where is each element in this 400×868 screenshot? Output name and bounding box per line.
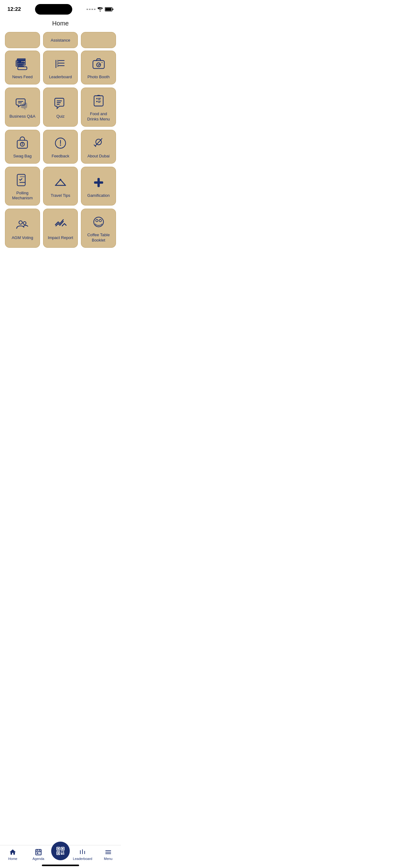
photo-booth-label: Photo Booth xyxy=(88,74,110,80)
business-qa-label: Business Q&A xyxy=(9,114,35,119)
leaderboard-nav-label: Leaderboard xyxy=(73,857,92,861)
svg-rect-7 xyxy=(18,61,22,63)
svg-rect-8 xyxy=(22,61,24,61)
quiz-icon xyxy=(54,96,67,111)
qr-nav-icon xyxy=(56,846,65,855)
quiz-label: Quiz xyxy=(57,114,65,119)
photo-booth-icon xyxy=(92,57,105,71)
svg-rect-38 xyxy=(20,182,25,183)
agm-voting-label: AGM Voting xyxy=(12,235,33,241)
status-time: 12:22 xyxy=(7,6,21,12)
partial-card-3[interactable] xyxy=(81,32,116,48)
gamification-label: Gamification xyxy=(88,193,110,198)
battery-icon xyxy=(105,7,113,11)
leaderboard-nav-icon xyxy=(79,848,86,856)
menu-nav-label: Menu xyxy=(104,857,112,861)
leaderboard-icon: 1 2 3 xyxy=(54,57,67,71)
impact-report-icon xyxy=(54,217,67,232)
svg-rect-24 xyxy=(57,102,61,103)
svg-rect-6 xyxy=(18,67,27,69)
grid-item-news-feed[interactable]: News Feed xyxy=(5,51,40,85)
svg-point-19 xyxy=(96,63,100,67)
svg-rect-51 xyxy=(58,848,59,849)
swag-bag-label: Swag Bag xyxy=(13,154,32,159)
grid-item-impact-report[interactable]: Impact Report xyxy=(43,209,78,248)
agenda-nav-label: Agenda xyxy=(33,857,44,861)
svg-point-30 xyxy=(22,144,23,145)
nav-agenda[interactable]: Agenda xyxy=(26,848,52,861)
page-title: Home xyxy=(0,17,121,30)
leaderboard-label: Leaderboard xyxy=(49,74,72,80)
svg-rect-23 xyxy=(57,101,62,101)
svg-rect-9 xyxy=(22,62,24,62)
svg-rect-42 xyxy=(94,181,103,183)
coffee-table-label: Coffee Table Booklet xyxy=(84,232,113,243)
svg-rect-56 xyxy=(61,851,62,852)
home-indicator xyxy=(42,865,79,866)
svg-point-47 xyxy=(99,219,101,222)
feedback-label: Feedback xyxy=(52,154,69,159)
business-qa-icon xyxy=(15,96,29,111)
grid-item-quiz[interactable]: Quiz xyxy=(43,88,78,127)
grid-item-business-qa[interactable]: Business Q&A xyxy=(5,88,40,127)
svg-rect-58 xyxy=(61,853,63,855)
polling-label: Polling Mechanism xyxy=(8,191,37,201)
nav-leaderboard[interactable]: Leaderboard xyxy=(70,848,96,861)
svg-point-43 xyxy=(19,221,22,224)
svg-point-46 xyxy=(96,219,98,222)
grid-item-polling[interactable]: Polling Mechanism xyxy=(5,167,40,206)
partial-top-row: Assistance xyxy=(0,32,121,48)
partial-card-1[interactable] xyxy=(5,32,40,48)
grid-item-about-dubai[interactable]: About Dubai xyxy=(81,130,116,164)
svg-rect-21 xyxy=(18,101,24,102)
grid-item-gamification[interactable]: Gamification xyxy=(81,167,116,206)
svg-text:3: 3 xyxy=(57,65,59,67)
status-icons xyxy=(87,7,113,11)
impact-report-label: Impact Report xyxy=(48,235,73,241)
svg-rect-27 xyxy=(18,140,28,148)
svg-point-34 xyxy=(60,144,61,146)
polling-icon xyxy=(15,173,29,187)
about-dubai-icon xyxy=(92,136,105,151)
about-dubai-label: About Dubai xyxy=(88,154,110,159)
grid-item-coffee-table[interactable]: Coffee Table Booklet xyxy=(81,209,116,248)
svg-rect-22 xyxy=(18,103,22,103)
agm-voting-icon xyxy=(15,217,29,232)
svg-rect-1 xyxy=(105,8,111,11)
food-drinks-label: Food and Drinks Menu xyxy=(84,112,113,122)
main-grid: News Feed 1 2 3 Leaderboard xyxy=(0,48,121,248)
coffee-table-icon xyxy=(92,215,105,229)
nav-home[interactable]: Home xyxy=(0,848,26,861)
svg-rect-25 xyxy=(57,104,60,104)
grid-item-travel-tips[interactable]: Travel Tips xyxy=(43,167,78,206)
assistance-label: Assistance xyxy=(51,38,70,42)
grid-item-photo-booth[interactable]: Photo Booth xyxy=(81,51,116,85)
svg-rect-59 xyxy=(63,853,64,855)
travel-tips-label: Travel Tips xyxy=(51,193,70,198)
nav-qr-button[interactable] xyxy=(51,842,70,860)
signal-icon xyxy=(87,9,96,10)
food-drinks-icon xyxy=(92,93,105,108)
grid-item-leaderboard[interactable]: 1 2 3 Leaderboard xyxy=(43,51,78,85)
gamification-icon xyxy=(92,175,105,190)
svg-rect-57 xyxy=(63,851,64,852)
menu-nav-icon xyxy=(104,848,112,856)
svg-rect-2 xyxy=(112,9,113,10)
svg-point-40 xyxy=(60,179,61,181)
grid-item-food-drinks[interactable]: Food and Drinks Menu xyxy=(81,88,116,127)
grid-item-swag-bag[interactable]: Swag Bag xyxy=(5,130,40,164)
svg-rect-18 xyxy=(93,61,104,69)
news-feed-icon xyxy=(15,57,29,71)
wifi-icon xyxy=(97,7,103,11)
partial-card-assistance[interactable]: Assistance xyxy=(43,32,78,48)
home-nav-label: Home xyxy=(8,857,18,861)
grid-item-feedback[interactable]: Feedback xyxy=(43,130,78,164)
nav-menu[interactable]: Menu xyxy=(96,848,121,861)
svg-rect-49 xyxy=(37,852,38,854)
news-feed-label: News Feed xyxy=(12,74,33,80)
svg-rect-53 xyxy=(62,848,64,849)
travel-tips-icon xyxy=(54,175,67,190)
agenda-nav-icon xyxy=(35,848,42,856)
grid-item-agm-voting[interactable]: AGM Voting xyxy=(5,209,40,248)
svg-point-20 xyxy=(101,62,102,63)
